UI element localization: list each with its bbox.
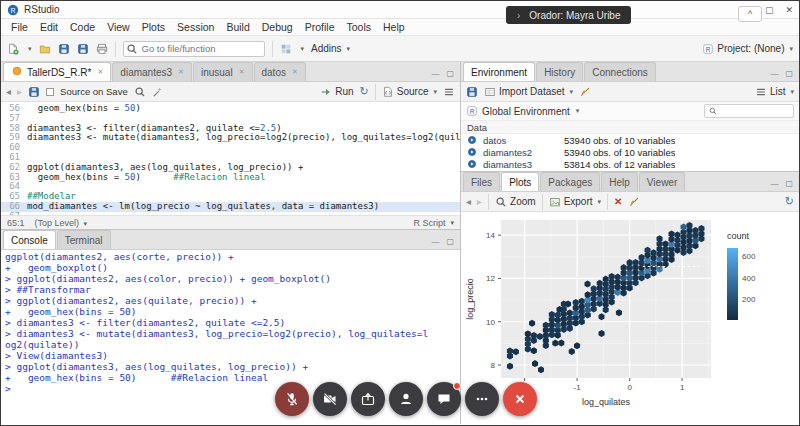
menu-debug[interactable]: Debug [256, 21, 299, 33]
addins-button[interactable]: Addins ▾ [311, 43, 350, 54]
close-tab-icon[interactable]: ✕ [239, 68, 245, 76]
new-file-button[interactable] [7, 43, 19, 55]
global-environment-selector[interactable]: Global Environment [482, 106, 570, 117]
environment-search-input[interactable] [719, 105, 791, 117]
maximize-button[interactable]: ▢ [765, 5, 774, 15]
code-editor[interactable]: 56 geom_hex(bins = 50)5758diamantes3 <- … [1, 102, 460, 215]
end-call-button[interactable] [503, 382, 537, 416]
export-button[interactable]: Export ▾ [549, 196, 601, 208]
tab-datos[interactable]: datos✕ [254, 62, 306, 81]
console-minimize-icon[interactable]: — [431, 237, 439, 246]
plots-maximize-icon[interactable]: ▢ [785, 179, 793, 188]
menu-edit[interactable]: Edit [34, 21, 64, 33]
mic-button[interactable] [275, 382, 309, 416]
save-button[interactable] [58, 43, 70, 55]
tab-diamantes3[interactable]: diamantes3✕ [112, 62, 192, 81]
source-minimize-icon[interactable]: — [431, 69, 439, 78]
list-view-button[interactable]: List ▾ [755, 86, 794, 98]
open-file-button[interactable] [39, 43, 51, 55]
source-on-save-checkbox[interactable] [46, 88, 54, 96]
tab-console[interactable]: Console [3, 230, 56, 249]
zoom-button[interactable]: Zoom [495, 196, 536, 208]
clear-environment-button[interactable] [579, 86, 591, 98]
menu-tools[interactable]: Tools [340, 21, 377, 33]
refresh-plot-button[interactable]: ↻ [785, 195, 794, 208]
rerun-button[interactable]: ↻ [360, 85, 369, 98]
source-pane: TallerDS_R.R*✕diamantes3✕inusual✕datos✕ … [1, 62, 460, 230]
tab-files[interactable]: Files [463, 172, 500, 191]
overlay-collapse-button[interactable]: ^ [738, 6, 762, 22]
svg-text:8: 8 [491, 361, 496, 370]
menu-plots[interactable]: Plots [136, 21, 171, 33]
next-plot-icon[interactable]: ▸ [477, 196, 482, 207]
tab-environment[interactable]: Environment [463, 62, 535, 81]
more-button[interactable] [465, 382, 499, 416]
close-tab-icon[interactable]: ✕ [178, 68, 184, 76]
plots-minimize-icon[interactable]: — [770, 179, 778, 188]
tab-terminal[interactable]: Terminal [57, 230, 111, 249]
environment-maximize-icon[interactable]: ▢ [785, 69, 793, 78]
goto-file-search[interactable] [123, 41, 265, 57]
tab-connections[interactable]: Connections [584, 62, 656, 81]
pane-layout-button[interactable] [280, 43, 292, 55]
menu-file[interactable]: File [5, 21, 34, 33]
environment-search[interactable] [704, 104, 794, 118]
tab-tallerds-r-r-[interactable]: TallerDS_R.R*✕ [3, 62, 111, 81]
left-column: TallerDS_R.R*✕diamantes3✕inusual✕datos✕ … [1, 62, 461, 424]
find-replace-icon[interactable] [134, 86, 146, 98]
source-maximize-icon[interactable]: ▢ [446, 69, 454, 78]
environment-dropdown-icon[interactable]: ▾ [576, 107, 580, 115]
object-name: datos [483, 135, 559, 146]
save-all-button[interactable] [77, 43, 89, 55]
tab-viewer[interactable]: Viewer [639, 172, 685, 191]
menu-view[interactable]: View [101, 21, 136, 33]
tab-packages[interactable]: Packages [540, 172, 600, 191]
tab-inusual[interactable]: inusual✕ [193, 62, 253, 81]
close-tab-icon[interactable]: ✕ [97, 68, 103, 76]
project-selector[interactable]: R Project: (None) ▾ [702, 43, 793, 55]
share-button[interactable] [351, 382, 385, 416]
pane-layout-dropdown-icon[interactable]: ▾ [301, 45, 305, 53]
tab-history[interactable]: History [536, 62, 583, 81]
speaker-chevron-icon[interactable]: › [517, 10, 520, 21]
print-button[interactable] [96, 43, 108, 55]
env-object-diamantes2[interactable]: diamantes253940 obs. of 10 variables [461, 146, 799, 158]
env-object-diamantes3[interactable]: diamantes353814 obs. of 12 variables [461, 158, 799, 170]
close-tab-icon[interactable]: ✕ [292, 68, 298, 76]
menu-profile[interactable]: Profile [299, 21, 341, 33]
camera-button[interactable] [313, 382, 347, 416]
env-object-datos[interactable]: datos53940 obs. of 10 variables [461, 134, 799, 146]
previous-plot-icon[interactable]: ◂ [466, 196, 471, 207]
save-doc-button[interactable] [28, 86, 40, 98]
run-button[interactable]: Run [320, 86, 353, 98]
speaker-overlay[interactable]: › Orador: Mayra Uribe [506, 6, 631, 24]
tab-plots[interactable]: Plots [501, 172, 539, 191]
file-type-selector[interactable]: R Script▾ [413, 218, 454, 228]
new-file-dropdown-icon[interactable]: ▾ [28, 45, 32, 53]
code-line-56: 56 geom_hex(bins = 50) [1, 104, 460, 114]
forward-arrow-icon[interactable]: ▸ [17, 86, 22, 97]
menu-help[interactable]: Help [377, 21, 411, 33]
tab-help[interactable]: Help [601, 172, 638, 191]
console-line: > ggplot(diamantes3, aes(log_quilates, l… [5, 361, 456, 372]
scope-selector[interactable]: (Top Level) ▾ [35, 218, 88, 228]
back-arrow-icon[interactable]: ◂ [6, 86, 11, 97]
chat-button[interactable] [427, 382, 461, 416]
console-maximize-icon[interactable]: ▢ [446, 237, 454, 246]
clear-plots-button[interactable] [628, 196, 640, 208]
menu-session[interactable]: Session [171, 21, 220, 33]
close-button[interactable]: ✕ [785, 5, 793, 15]
document-outline-icon[interactable] [443, 86, 455, 98]
participants-button[interactable] [389, 382, 423, 416]
menu-build[interactable]: Build [220, 21, 255, 33]
environment-minimize-icon[interactable]: — [770, 69, 778, 78]
import-dataset-button[interactable]: Import Dataset ▾ [484, 86, 573, 98]
source-button[interactable]: Source ▾ [382, 86, 437, 98]
goto-file-input[interactable] [123, 41, 265, 57]
remove-plot-button[interactable]: ✕ [614, 196, 622, 207]
console-line: og2(quilate)) [5, 339, 456, 350]
menu-code[interactable]: Code [64, 21, 101, 33]
save-workspace-button[interactable] [466, 86, 478, 98]
tab-label: Environment [471, 67, 527, 78]
code-tools-icon[interactable] [152, 86, 164, 98]
